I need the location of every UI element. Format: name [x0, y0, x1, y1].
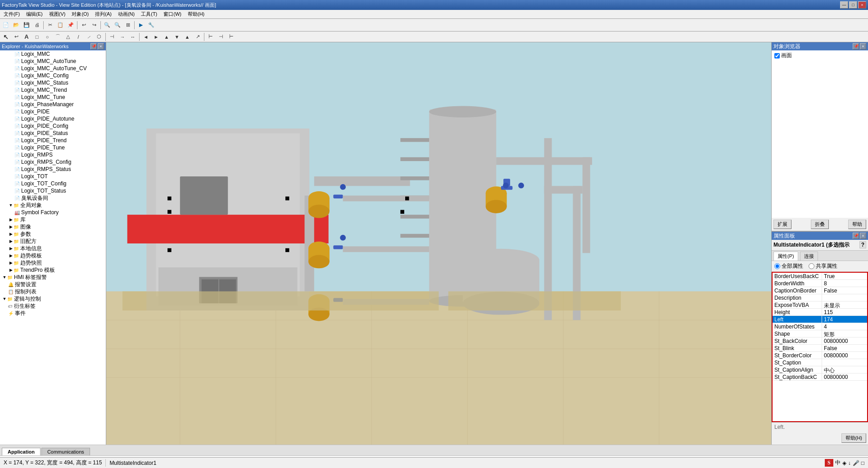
- menu-arrange[interactable]: 排列(A): [92, 10, 114, 18]
- explorer-pin[interactable]: 📌: [90, 43, 97, 50]
- tree-item-old-recipe[interactable]: ▶📁旧配方: [0, 238, 106, 245]
- open-btn[interactable]: 📂: [11, 20, 21, 30]
- radio-shared[interactable]: 共享属性: [809, 262, 837, 270]
- arrow-up[interactable]: ▲: [162, 32, 172, 42]
- undo-tool[interactable]: ↩: [11, 32, 21, 42]
- collapse-btn[interactable]: 折叠: [811, 220, 829, 229]
- tree-item-logix-rmps-status[interactable]: 📄Logix_RMPS_Status: [0, 166, 106, 173]
- prop-row-left[interactable]: Left174: [773, 316, 867, 323]
- poly-tool[interactable]: ⬡: [94, 32, 104, 42]
- prop-row-st_captionalign[interactable]: St_CaptionAlign中心: [773, 366, 867, 374]
- prop-row-height[interactable]: Height115: [773, 309, 867, 316]
- prop-row-st_blink[interactable]: St_BlinkFalse: [773, 345, 867, 352]
- tree-item-events[interactable]: ⚡事件: [0, 310, 106, 317]
- triangle-tool[interactable]: △: [63, 32, 73, 42]
- menu-file[interactable]: 文件(F): [1, 10, 23, 18]
- tree-item-derived-tags[interactable]: 🏷衍生标签: [0, 302, 106, 310]
- tree-item-logix-mmc-status[interactable]: 📄Logix_MMC_Status: [0, 79, 106, 86]
- menu-edit[interactable]: 编辑(E): [23, 10, 45, 18]
- menu-animate[interactable]: 动画(N): [115, 10, 137, 18]
- copy-btn[interactable]: 📋: [55, 20, 65, 30]
- tree-item-logix-mmc-autotune-cv[interactable]: 📄Logix_MMC_AutoTune_CV: [0, 65, 106, 72]
- tab-communications[interactable]: Communications: [41, 448, 90, 455]
- tree-item-logix-pide[interactable]: 📄Logix_PIDE: [0, 108, 106, 115]
- print-btn[interactable]: 🖨: [32, 20, 42, 30]
- obj-tree-screen[interactable]: 画面: [773, 51, 867, 60]
- menu-help[interactable]: 帮助(H): [185, 10, 207, 18]
- tree-item-logix-mmc[interactable]: 📄Logix_MMC: [0, 50, 106, 58]
- cut-btn[interactable]: ✂: [45, 20, 55, 30]
- arrow-upright[interactable]: ↗: [193, 32, 203, 42]
- prop-row-borderwidth[interactable]: BorderWidth8: [773, 280, 867, 287]
- tree-item-params[interactable]: ▶📁参数: [0, 230, 106, 238]
- close-button[interactable]: ×: [858, 1, 866, 9]
- line-tool[interactable]: /: [73, 32, 83, 42]
- obj-browser-close[interactable]: ×: [860, 43, 866, 50]
- arrow-right[interactable]: ►: [151, 32, 161, 42]
- radio-all[interactable]: 全部属性: [774, 262, 803, 270]
- minimize-button[interactable]: —: [840, 1, 848, 9]
- expand-btn[interactable]: 扩展: [773, 220, 791, 229]
- tree-item-logic-control[interactable]: ▼📁逻辑与控制: [0, 295, 106, 302]
- prop-help-button[interactable]: 帮助(H): [841, 433, 866, 443]
- align-center[interactable]: ⊣: [216, 32, 226, 42]
- prop-row-shape[interactable]: Shape矩形: [773, 330, 867, 338]
- text-tool[interactable]: A: [22, 32, 32, 42]
- obj-help-btn[interactable]: 帮助: [848, 220, 866, 229]
- paste-btn[interactable]: 📌: [66, 20, 76, 30]
- tree-item-logix-rmps-config[interactable]: 📄Logix_RMPS_Config: [0, 158, 106, 166]
- pipe-tool[interactable]: ⊣: [107, 32, 117, 42]
- prop-pin[interactable]: 📌: [853, 233, 859, 239]
- tree-item-trend-template[interactable]: ▶📁趋势模板: [0, 252, 106, 259]
- explorer-close[interactable]: ×: [98, 43, 104, 50]
- new-btn[interactable]: 📄: [1, 20, 11, 30]
- maximize-button[interactable]: □: [849, 1, 857, 9]
- tree-item-library[interactable]: ▶📁库: [0, 216, 106, 223]
- tree-item-alarm-settings[interactable]: 🔔报警设置: [0, 281, 106, 288]
- select-tool[interactable]: ↖: [1, 32, 11, 42]
- tree-item-logix-pide-tune[interactable]: 📄Logix_PIDE_Tune: [0, 144, 106, 151]
- zoom-in-btn[interactable]: 🔍: [102, 20, 112, 30]
- tree-item-images[interactable]: ▶📁图像: [0, 223, 106, 230]
- prop-close[interactable]: ×: [860, 233, 866, 239]
- tree-item-logix-tot-status[interactable]: 📄Logix_TOT_Status: [0, 187, 106, 194]
- tree-item-ozone[interactable]: 📄臭氧设备间: [0, 194, 106, 202]
- arrow-up2[interactable]: ▲: [182, 32, 192, 42]
- tree-item-logix-rmps[interactable]: 📄Logix_RMPS: [0, 151, 106, 158]
- prop-row-borderusesbackc[interactable]: BorderUsesBackCTrue: [773, 273, 867, 280]
- menu-tools[interactable]: 工具(T): [138, 10, 160, 18]
- tree-item-logix-pide-trend[interactable]: 📄Logix_PIDE_Trend: [0, 137, 106, 144]
- prop-row-st_bordercolor[interactable]: St_BorderColor00800000: [773, 352, 867, 359]
- screen-checkbox[interactable]: [774, 53, 780, 58]
- menu-window[interactable]: 窗口(W): [161, 10, 184, 18]
- tree-item-logix-mmc-tune[interactable]: 📄Logix_MMC_Tune: [0, 94, 106, 101]
- tab-properties[interactable]: 属性(P): [773, 252, 798, 261]
- rect-tool[interactable]: □: [32, 32, 42, 42]
- prop-row-numberofstates[interactable]: NumberOfStates4: [773, 323, 867, 330]
- tree-item-global[interactable]: ▼📁全局对象: [0, 202, 106, 209]
- tree-item-logix-mmc-autotune[interactable]: 📄Logix_MMC_AutoTune: [0, 58, 106, 65]
- tree-item-logix-pide-autotune[interactable]: 📄Logix_PIDE_Autotune: [0, 115, 106, 122]
- prop-row-exposetovba[interactable]: ExposeToVBA未显示: [773, 302, 867, 309]
- prop-row-st_backcolor[interactable]: St_BackColor00800000: [773, 338, 867, 345]
- prop-row-captiononborder[interactable]: CaptionOnBorderFalse: [773, 287, 867, 294]
- prop-row-st_caption[interactable]: St_Caption: [773, 359, 867, 366]
- tab-connections[interactable]: 连接: [800, 252, 818, 261]
- tree-item-logix-mmc-trend[interactable]: 📄Logix_MMC_Trend: [0, 86, 106, 94]
- connector-tool[interactable]: ↔: [128, 32, 138, 42]
- obj-browser-pin[interactable]: 📌: [853, 43, 859, 50]
- tree-item-alarm-list[interactable]: 📋报制列表: [0, 288, 106, 295]
- tree-item-symbol-factory[interactable]: 🏭Symbol Factory: [0, 209, 106, 216]
- tree-item-logix-pide-status[interactable]: 📄Logix_PIDE_Status: [0, 130, 106, 137]
- tree-item-hmi-alarms[interactable]: ▼📁HMI 标签报警: [0, 274, 106, 281]
- redo-btn[interactable]: ↪: [89, 20, 99, 30]
- tree-item-logix-mmc-config[interactable]: 📄Logix_MMC_Config: [0, 72, 106, 79]
- run-btn[interactable]: ▶: [136, 20, 146, 30]
- tree-item-logix-pide-config[interactable]: 📄Logix_PIDE_Config: [0, 122, 106, 130]
- flow-tool[interactable]: →: [118, 32, 127, 42]
- tree-item-logix-tot[interactable]: 📄Logix_TOT: [0, 173, 106, 180]
- tree-item-local-info[interactable]: ▶📁本地信息: [0, 245, 106, 252]
- arrow-left[interactable]: ◄: [141, 32, 151, 42]
- help-indicator[interactable]: ?: [859, 241, 866, 248]
- menu-object[interactable]: 对象(O): [69, 10, 91, 18]
